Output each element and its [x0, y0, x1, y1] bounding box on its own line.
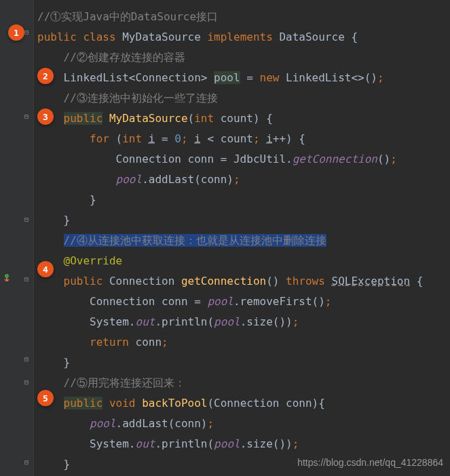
token: i: [149, 132, 155, 145]
token: Connection conn = JdbcUtil.: [37, 153, 293, 165]
token: .size()): [240, 437, 293, 450]
token: for: [90, 132, 116, 145]
fold-toggle-icon[interactable]: ⊟: [24, 355, 29, 363]
token: [37, 417, 90, 430]
token: (Connection conn){: [207, 397, 324, 410]
code-line[interactable]: return conn;: [37, 332, 168, 353]
token: {: [351, 31, 358, 43]
code-line[interactable]: }: [37, 454, 70, 475]
code-line[interactable]: //②创建存放连接的容器: [37, 47, 185, 68]
token: conn: [136, 336, 162, 349]
code-line[interactable]: pool.addLast(conn);: [37, 170, 240, 190]
token: ;: [377, 71, 384, 84]
token: void: [109, 397, 142, 410]
token: out: [136, 315, 155, 328]
code-line[interactable]: System.out.println(pool.size());: [37, 312, 299, 332]
fold-toggle-icon[interactable]: ⊟: [24, 113, 29, 120]
code-line[interactable]: //④从连接池中获取连接：也就是从连接池中删除连接: [37, 231, 326, 251]
code-line[interactable]: Connection conn = pool.removeFirst();: [37, 292, 331, 312]
code-line[interactable]: }: [37, 210, 70, 231]
token: //④从连接池中获取连接：也就是从连接池中删除连接: [64, 234, 326, 247]
token: pool: [214, 315, 240, 328]
fold-toggle-icon[interactable]: ⊟: [24, 378, 29, 386]
token: [102, 397, 109, 410]
token: ;: [325, 295, 332, 308]
code-line[interactable]: public MyDataSource(int count) {: [37, 108, 273, 129]
token: (): [377, 153, 390, 165]
editor-gutter: ⊟⊟⊟⊟⊟⊟⊟: [0, 0, 34, 476]
token: [37, 132, 90, 145]
token: int: [194, 112, 221, 125]
code-line[interactable]: Connection conn = JdbcUtil.getConnection…: [37, 149, 397, 170]
token: ;: [207, 417, 214, 430]
token: pool: [214, 71, 240, 84]
token: .size()): [240, 315, 293, 328]
token: ;: [390, 153, 397, 165]
token: ;: [293, 315, 299, 328]
token: //③连接池中初始化一些了连接: [37, 92, 218, 104]
code-line[interactable]: public Connection getConnection() throws…: [37, 271, 423, 292]
watermark-text: https://blog.csdn.net/qq_41228864: [297, 457, 443, 468]
code-line[interactable]: public class MyDataSource implements Dat…: [37, 27, 358, 47]
code-line[interactable]: LinkedList<Connection> pool = new Linked…: [37, 68, 384, 88]
code-line[interactable]: //⑤用完将连接还回来：: [37, 373, 185, 393]
token: (: [188, 112, 195, 125]
token: MyDataSource: [122, 31, 207, 43]
token: backToPool: [142, 397, 207, 410]
token: //⑤用完将连接还回来：: [37, 376, 185, 389]
fold-toggle-icon[interactable]: ⊟: [24, 275, 29, 283]
token: [37, 234, 64, 247]
token: .println(: [155, 315, 214, 328]
token: System.: [37, 315, 136, 328]
code-line[interactable]: //③连接池中初始化一些了连接: [37, 88, 218, 108]
token: [37, 336, 90, 349]
code-line[interactable]: }: [37, 353, 70, 373]
fold-toggle-icon[interactable]: ⊟: [24, 216, 29, 223]
token: }: [37, 356, 70, 369]
token: MyDataSource: [109, 112, 188, 125]
token: DataSource: [279, 31, 351, 43]
fold-toggle-icon[interactable]: ⊟: [24, 458, 29, 466]
svg-point-0: [5, 274, 9, 278]
code-line[interactable]: System.out.println(pool.size());: [37, 434, 299, 454]
token: LinkedList<>(): [286, 71, 377, 84]
token: [102, 112, 109, 125]
token: Connection conn =: [37, 295, 207, 308]
token: pool: [207, 295, 233, 308]
token: 0: [174, 132, 181, 145]
token: System.: [37, 437, 136, 450]
token: ;: [233, 173, 240, 186]
token: }: [37, 458, 70, 471]
code-line[interactable]: }: [37, 190, 96, 210]
token: [37, 275, 64, 287]
token: ;: [181, 132, 194, 145]
token: implements: [207, 31, 279, 43]
token: .removeFirst(): [233, 295, 325, 308]
token: public: [37, 31, 83, 43]
token: SQLException: [332, 275, 411, 287]
annotation-bullet-4: 4: [37, 261, 54, 277]
code-line[interactable]: //①实现Java中的DataSource接口: [37, 7, 218, 27]
token: count) {: [221, 112, 273, 125]
token: int: [122, 132, 149, 145]
annotation-bullet-1: 1: [8, 24, 24, 41]
token: //②创建存放连接的容器: [37, 51, 185, 64]
token: i: [266, 132, 273, 145]
token: =: [240, 71, 260, 84]
token: {: [410, 275, 423, 287]
token: public: [64, 275, 109, 287]
token: }: [37, 214, 70, 226]
token: (: [116, 132, 123, 145]
code-line[interactable]: public void backToPool(Connection conn){: [37, 393, 325, 414]
token: out: [136, 437, 155, 450]
annotation-bullet-5: 5: [37, 390, 54, 406]
token: ;: [293, 437, 299, 450]
code-line[interactable]: for (int i = 0; i < count; i++) {: [37, 129, 305, 149]
token: .addLast(conn): [142, 173, 233, 186]
fold-toggle-icon[interactable]: ⊟: [24, 28, 29, 36]
token: }: [37, 193, 96, 206]
token: i: [194, 132, 201, 145]
code-line[interactable]: pool.addLast(conn);: [37, 414, 214, 434]
token: pool: [214, 437, 240, 450]
implements-icon[interactable]: [3, 271, 11, 284]
